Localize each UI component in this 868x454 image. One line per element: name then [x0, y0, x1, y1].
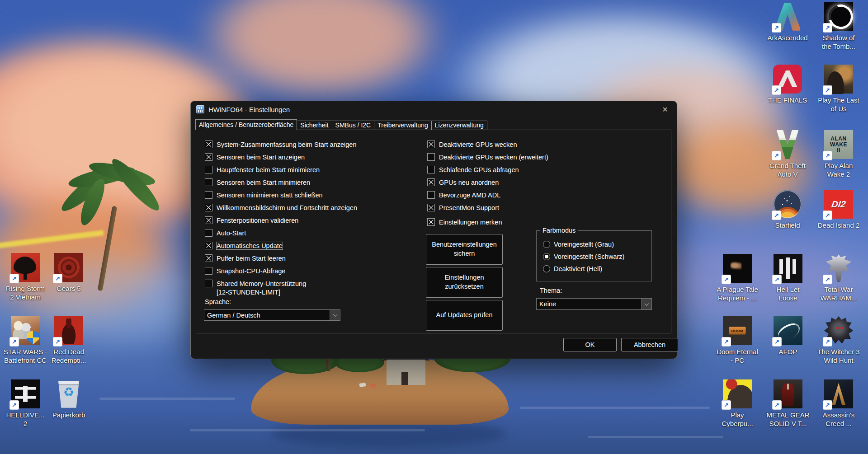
option-hauptfenster-beim-start-minimieren[interactable]: Hauptfenster beim Start minimieren	[205, 164, 417, 176]
desktop-icon-play-the-last-of-us[interactable]: ↗Play The Lastof Us	[809, 65, 868, 113]
checkbox[interactable]	[205, 166, 212, 173]
option-sensoren-beim-start-anzeigen[interactable]: Sensoren beim Start anzeigen	[205, 151, 417, 164]
checkbox[interactable]	[205, 178, 212, 186]
checkbox[interactable]	[427, 153, 435, 161]
dialog-titlebar[interactable]: HWiNFO64 - Einstellungen ×	[191, 101, 677, 117]
radio-label: Voreingestellt (Schwarz)	[554, 253, 624, 260]
desktop-icon-hell-let-loose[interactable]: ↗Hell LetLoose	[759, 254, 817, 302]
chevron-down-icon[interactable]	[330, 310, 340, 320]
option-deaktivierte-gpus-wecken[interactable]: Deaktivierte GPUs wecken	[427, 138, 599, 151]
radio-button[interactable]	[543, 253, 550, 260]
desktop-icon-play-cyberpunk[interactable]: ↗PlayCyberpu...	[708, 379, 767, 428]
shortcut-arrow-icon: ↗	[772, 275, 782, 284]
checkbox[interactable]	[427, 166, 435, 173]
option-system-zusammenfassung-beim-start-anzeigen[interactable]: System-Zusammenfassung beim Start anzeig…	[205, 138, 417, 151]
checkbox[interactable]	[205, 280, 212, 287]
desktop-icon-the-finals[interactable]: ↗THE FINALS	[758, 65, 817, 104]
checkbox[interactable]	[427, 218, 435, 226]
tab-sicherheit[interactable]: Sicherheit	[297, 121, 332, 130]
icon-label: Play AlanWake 2	[825, 161, 853, 178]
icon-label: THE FINALS	[768, 96, 807, 104]
desktop-icon-gears-5[interactable]: ↗Gears 5	[39, 253, 98, 293]
cancel-button[interactable]: Abbrechen	[621, 338, 678, 351]
desktop-icon-arkascended[interactable]: ↗ArkAscended	[758, 2, 817, 42]
checkbox[interactable]	[205, 204, 212, 211]
tab-allgemeines-benutzeroberfl-che[interactable]: Allgemeines / Benutzeroberfläche	[195, 119, 297, 130]
radio-option-voreingestellt-schwarz[interactable]: Voreingestellt (Schwarz)	[543, 250, 624, 262]
radio-button[interactable]	[543, 241, 550, 248]
desktop-icon-the-witcher-3-wild-hunt[interactable]: ↗The Witcher 3Wild Hunt	[809, 316, 868, 365]
desktop-icon-grand-theft-auto-v[interactable]: ↗Grand TheftAuto V	[758, 130, 817, 178]
checkbox[interactable]	[427, 140, 435, 148]
option-gpus-neu-anordnen[interactable]: GPUs neu anordnen	[427, 176, 599, 189]
x-mark-icon	[205, 141, 212, 148]
checkbox[interactable]	[205, 267, 212, 275]
desktop-icon-total-war-warhammer[interactable]: ↗Total WarWARHAM...	[809, 254, 868, 302]
desktop-icon-red-dead-redemption[interactable]: ↗Red DeadRedempti...	[39, 316, 98, 365]
shadow-of-the-tomb-icon: ↗	[824, 2, 853, 31]
tab-lizenzverwaltung[interactable]: Lizenzverwaltung	[431, 121, 487, 130]
option-deaktivierte-gpus-wecken-erweitert[interactable]: Deaktivierte GPUs wecken (erweitert)	[427, 151, 599, 164]
option-texts: Sensoren beim Start anzeigen	[217, 153, 305, 162]
einstellungen-zur-cksetzen-button[interactable]: Einstellungen zurücksetzen	[426, 267, 503, 298]
radio-button[interactable]	[543, 265, 550, 272]
hell-let-loose-icon: ↗	[774, 254, 802, 283]
option-snapshot-cpu-abfrage[interactable]: Snapshot-CPU-Abfrage	[205, 265, 417, 277]
afop-icon: ↗	[774, 316, 802, 345]
option-automatisches-update[interactable]: Automatisches Update	[205, 239, 417, 252]
close-icon[interactable]: ×	[659, 104, 671, 115]
tab-treiberverwaltung[interactable]: Treiberverwaltung	[374, 121, 432, 130]
benutzereinstellungen-sichern-button[interactable]: Benutzereinstellungen sichern	[426, 234, 503, 265]
checkbox[interactable]	[427, 178, 435, 186]
sprache-dropdown[interactable]: German / Deutsch	[204, 309, 340, 321]
thema-dropdown[interactable]: Keine	[536, 298, 652, 310]
desktop-icon-shadow-of-the-tomb[interactable]: ↗Shadow ofthe Tomb...	[809, 2, 868, 51]
checkbox[interactable]	[205, 242, 212, 249]
checkbox[interactable]	[205, 191, 212, 199]
desktop-icon-metal-gear-solid-v[interactable]: ↗METAL GEARSOLID V T...	[759, 379, 817, 428]
checkbox[interactable]	[205, 216, 212, 224]
option-auto-start[interactable]: Auto-Start	[205, 227, 417, 239]
option-label: Shared Memory-Unterstützung	[217, 280, 306, 287]
shortcut-arrow-icon: ↗	[9, 337, 19, 346]
checkbox[interactable]	[205, 254, 212, 262]
desktop-icon-doom-eternal-pc[interactable]: ↗Doom Eternal- PC	[708, 316, 767, 365]
option-shared-memory-unterst-tzung[interactable]: Shared Memory-Unterstützung[12-STUNDEN-L…	[205, 277, 417, 297]
checkbox[interactable]	[205, 229, 212, 237]
checkbox[interactable]	[427, 204, 435, 211]
ok-button[interactable]: OK	[563, 338, 617, 351]
desktop-icon-starfield[interactable]: ↗Starfield	[758, 190, 817, 229]
option-presentmon-support[interactable]: PresentMon Support	[427, 201, 599, 214]
shortcut-arrow-icon: ↗	[823, 275, 832, 284]
icon-label: Total WarWARHAM...	[821, 285, 857, 302]
option-willkommensbildschirm-und-fortschritt-anze[interactable]: Willkommensbildschirm und Fortschritt an…	[205, 201, 417, 214]
shortcut-arrow-icon: ↗	[772, 85, 781, 95]
radio-option-deaktiviert-hell[interactable]: Deaktiviert (Hell)	[543, 262, 624, 275]
desktop-icon-assassins-creed[interactable]: ↗Assassin'sCreed ...	[809, 379, 868, 428]
auf-updates-pr-fen-button[interactable]: Auf Updates prüfen	[426, 300, 503, 331]
shortcut-arrow-icon: ↗	[823, 211, 832, 220]
option-texts: Deaktivierte GPUs wecken	[439, 140, 517, 149]
checkbox[interactable]	[427, 191, 435, 199]
checkbox[interactable]	[205, 153, 212, 161]
desktop-icon-dead-island-2[interactable]: ↗Dead Island 2	[809, 190, 868, 229]
option-fensterpositionen-validieren[interactable]: Fensterpositionen validieren	[205, 214, 417, 227]
option-sensoren-beim-start-minimieren[interactable]: Sensoren beim Start minimieren	[205, 176, 417, 189]
option-texts: System-Zusammenfassung beim Start anzeig…	[217, 140, 356, 149]
desktop-icon-papierkorb[interactable]: Papierkorb	[39, 379, 98, 419]
option-sensoren-minimieren-statt-schlie-en[interactable]: Sensoren minimieren statt schließen	[205, 189, 417, 201]
tab-smbus-i2c[interactable]: SMBus / I2C	[332, 121, 375, 130]
desktop-icon-play-alan-wake-2[interactable]: ↗Play AlanWake 2	[809, 130, 868, 178]
papierkorb-icon	[54, 379, 83, 408]
option-label: Auto-Start	[217, 229, 246, 237]
option-bevorzuge-amd-adl[interactable]: Bevorzuge AMD ADL	[427, 189, 599, 201]
desktop-icon-a-plague-tale-requiem[interactable]: ↗A Plague TaleRequiem - ...	[708, 254, 767, 302]
radio-option-voreingestellt-grau[interactable]: Voreingestellt (Grau)	[543, 238, 624, 250]
desktop-icon-afop[interactable]: ↗AFOP	[759, 316, 817, 356]
option-puffer-beim-start-leeren[interactable]: Puffer beim Start leeren	[205, 252, 417, 265]
option-label: Hauptfenster beim Start minimieren	[217, 166, 320, 173]
option-schlafende-gpus-abfragen[interactable]: Schlafende GPUs abfragen	[427, 164, 599, 176]
option-texts: Auto-Start	[217, 229, 246, 238]
checkbox[interactable]	[205, 140, 212, 148]
chevron-down-icon[interactable]	[641, 299, 651, 309]
